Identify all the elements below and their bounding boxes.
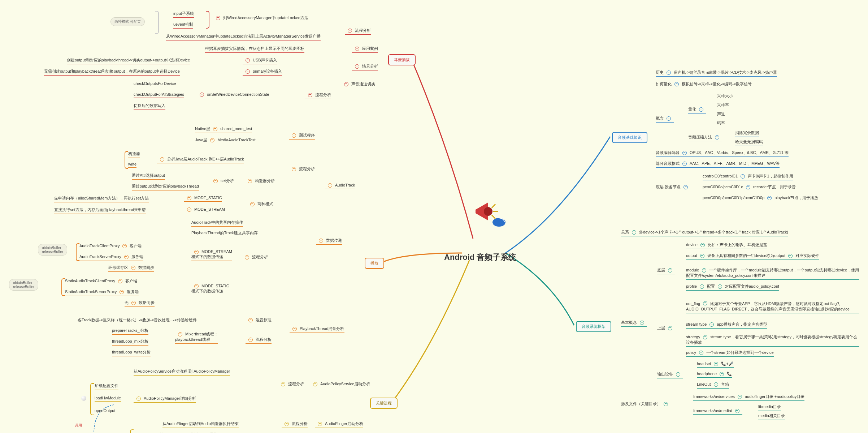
basics-format[interactable]: 部分音频格式AAC、APE、AIFF、AMR、MIDI、MPEG、WAV等 xyxy=(656,161,780,168)
proc-af-flow[interactable]: 流程分析 xyxy=(282,421,308,428)
play-set1[interactable]: 通过Attr选择output xyxy=(132,173,165,180)
play-native[interactable]: Native层shared_mem_test xyxy=(195,126,252,133)
proc-af-s1[interactable]: 从AudioFlinger启动到Audio构造器执行结束 xyxy=(162,421,239,428)
play-mixer[interactable]: Mixerthread线程： playbackthread线程 xyxy=(175,331,218,344)
basics-q3[interactable]: 声道 xyxy=(717,111,725,118)
proc-aps-s1[interactable]: 从AudioPolicyService启动流程 到 AudioPolicyMan… xyxy=(134,369,230,376)
play-stream[interactable]: MODE_STREAM 模式下的数据传递 xyxy=(191,249,232,261)
hub-basics[interactable]: 音频基础知识 xyxy=(612,132,647,143)
basics-quantization[interactable]: 量化 xyxy=(688,107,706,113)
play-pb-s3[interactable]: threadLoop_write分析 xyxy=(112,350,151,356)
hs-input[interactable]: input子系统 xyxy=(173,11,194,18)
play-dt-s2[interactable]: PlaybackThread的Track建立共享内存 xyxy=(191,230,258,237)
play-flow[interactable]: 流程分析 xyxy=(289,166,315,173)
play-java[interactable]: Java层MediaAudioTrackTest xyxy=(195,137,256,144)
hs-state[interactable]: onSetWiredDeviceConnectionState xyxy=(197,92,269,98)
hs-casev[interactable]: 根据耳麦插拔实际情况，在状态栏上显示不同的耳麦图标 xyxy=(205,46,304,53)
hs-switch[interactable]: 声音通道切换 xyxy=(341,81,375,88)
fw-relation[interactable]: 关系多device->1个声卡->1个output->1个thread->多个t… xyxy=(621,230,788,236)
hs-s1[interactable]: checkOutputsForDevice xyxy=(134,81,176,87)
hs-sflow[interactable]: 流程分析 xyxy=(305,92,331,99)
play-stream-sync[interactable]: 环形缓存区数据同步 xyxy=(108,265,154,272)
basics-lowdev[interactable]: 底层 设备节点 xyxy=(656,184,691,191)
play-ms[interactable]: MODE_STATIC xyxy=(184,196,222,202)
fw-f2[interactable]: frameworks/av/media/ xyxy=(693,408,742,415)
basics-history-k[interactable]: 历史留声机->钢丝录音 &磁带->唱片->CD技术->麦克风->扬声器 xyxy=(656,70,777,77)
basics-compress[interactable]: 音频压缩方法 xyxy=(688,134,722,141)
fw-outdev[interactable]: 输出设备 xyxy=(657,372,683,378)
play-set[interactable]: set分析 xyxy=(211,178,234,185)
fw-profile[interactable]: profile配置对应配置文件audio_policy.conf xyxy=(686,284,779,291)
play-mixv[interactable]: 各Track数据->重采样（统一格式）->叠加->音效处理...->传递给硬件 xyxy=(78,317,197,324)
fw-files[interactable]: 涉及文件（关键目录） xyxy=(621,401,671,408)
play-dt[interactable]: 数据传递 xyxy=(316,238,342,245)
hs-s2[interactable]: checkOutputForAllStrategies xyxy=(134,92,184,98)
fw-f1[interactable]: frameworks/av/servicesaudioflinger目录 +au… xyxy=(693,394,804,401)
fw-output[interactable]: output设备上具有相同参数的一组device称为output对应实际硬件 xyxy=(686,253,819,260)
basics-q4[interactable]: 码率 xyxy=(717,120,725,127)
play-static-c[interactable]: StaticAudioTrackClientProxy客户端 xyxy=(65,278,137,285)
play-mode[interactable]: 两种模式 xyxy=(247,201,273,208)
fw-lineout[interactable]: LineOut音箱 xyxy=(697,382,729,389)
play-mstv[interactable]: 直接执行set方法，内存后面由playbackthread来申请 xyxy=(54,207,146,214)
hs-priv[interactable]: 无需创建output和playbackthread和切换output，在原来的o… xyxy=(44,69,180,76)
fw-low[interactable]: 底层 xyxy=(657,267,675,274)
play-pb-s2[interactable]: threadLoop_mix分析 xyxy=(112,339,148,346)
hs-s3[interactable]: 切换后的数据写入 xyxy=(134,103,165,110)
hs-scene[interactable]: 情景分析 xyxy=(352,64,378,70)
fw-f2v1[interactable]: libmedia目录 xyxy=(758,404,781,411)
play-test[interactable]: 测试程序 xyxy=(289,133,315,140)
basics-q2[interactable]: 采样率 xyxy=(717,102,729,109)
hub-framework[interactable]: 音频系统框架 xyxy=(576,321,611,332)
proc-aps-s2[interactable]: 加载配置文件 xyxy=(95,383,118,390)
play-at[interactable]: AudioTrack xyxy=(325,183,355,189)
fw-outflag[interactable]: out_flag比如对于某个专业APP，它只从HDMI播放声音，这时就可以指定o… xyxy=(686,301,859,313)
basics-codec[interactable]: 音频编解码器OPUS、AAC、Vorbis、Speex、iLBC、AMR、G.7… xyxy=(656,150,789,157)
play-fv[interactable]: 分析Java层AudioTrack 到C++层AudioTrack xyxy=(157,157,244,163)
hs-pri[interactable]: primary设备插入 xyxy=(243,69,282,76)
fw-f2v2[interactable]: media相关目录 xyxy=(758,413,785,420)
hs-usbv[interactable]: 创建output和对应的playbackthread->切换output->ou… xyxy=(67,57,190,64)
fw-high[interactable]: 上层 xyxy=(657,325,675,332)
play-set2[interactable]: 通过output找到对应的playbackThread xyxy=(132,184,199,190)
fw-basic[interactable]: 基本概念 xyxy=(621,320,647,327)
play-msv[interactable]: 先申请内存（allocSharedMem方法），再执行set方法 xyxy=(54,196,149,202)
hub-process[interactable]: 关键进程 xyxy=(370,398,398,409)
fw-headphone[interactable]: headphone📞 xyxy=(697,372,732,378)
basics-quant[interactable]: 如何量化模拟信号->采样->量化->编码->数字信号 xyxy=(656,81,752,88)
basics-c2[interactable]: pcmC0D0c/pcmC0D1crecorder节点，用于录音 xyxy=(703,184,796,191)
proc-aps-flow[interactable]: 流程分析 xyxy=(278,381,304,388)
play-static[interactable]: MODE_STATIC 模式下的数据传递 xyxy=(191,284,229,295)
play-dt-flow[interactable]: 流程分析 xyxy=(242,254,268,261)
hs-to[interactable]: 到WiredAccessoryManager中updateLocked方法 xyxy=(213,15,308,22)
proc-aps-detail[interactable]: AudioPolicyManager详细分析 xyxy=(134,396,196,403)
fw-strategy[interactable]: strategystream type，看它属于哪一类(策略)用strategy… xyxy=(686,334,859,347)
play-static-sync[interactable]: 无数据同步 xyxy=(125,300,155,307)
fw-stype[interactable]: stream typeapp播放声音，指定声音类型 xyxy=(686,322,767,329)
basics-compress-v2[interactable]: 哈夫曼无损编码 xyxy=(735,139,763,146)
hs-usb[interactable]: USB声卡插入 xyxy=(243,57,277,64)
play-cons[interactable]: 构造器分析 xyxy=(245,178,275,185)
hub-headset[interactable]: 耳麦插拔 xyxy=(388,54,416,65)
play-mix[interactable]: 混音原理 xyxy=(246,317,272,324)
hub-play[interactable]: 播放 xyxy=(365,258,384,269)
basics-q1[interactable]: 采样大小 xyxy=(717,93,733,100)
proc-aps-s3[interactable]: loadHwModule xyxy=(95,396,121,402)
fw-device[interactable]: device比如：声卡上的喇叭、耳机还是蓝 xyxy=(686,242,767,249)
play-write[interactable]: write xyxy=(128,162,136,168)
play-dt-s1[interactable]: AudioTrack中的共享内存操作 xyxy=(191,220,243,227)
fw-module[interactable]: module一个硬件操作库，一个module能支持哪些output，一个outp… xyxy=(686,267,859,280)
proc-af[interactable]: AudioFlinger启动分析 xyxy=(315,421,363,428)
basics-compress-v1[interactable]: 消除冗余数据 xyxy=(735,130,759,137)
play-pb-flow[interactable]: 流程分析 xyxy=(246,337,272,344)
play-pb-s1[interactable]: prepareTracks_l分析 xyxy=(112,328,148,335)
fw-headset[interactable]: headset📞+🎤 xyxy=(697,361,734,368)
play-mst[interactable]: MODE_STREAM xyxy=(184,207,225,213)
hs-uevent[interactable]: uevent机制 xyxy=(173,22,193,29)
play-static-s[interactable]: StaticAudioTrackServerProxy服务端 xyxy=(65,289,139,296)
basics-c3[interactable]: pcmC0D0p/pcmC0D1p/pcmC1D0pplayback节点，用于播… xyxy=(703,195,818,202)
hs-f2[interactable]: 从WiredAccessoryManager中updateLocked方法到上层… xyxy=(166,34,321,40)
hs-flow[interactable]: 流程分析 xyxy=(345,28,371,35)
fw-policy[interactable]: policy一个stream如何最终选择到一个device xyxy=(686,350,774,357)
play-ctor[interactable]: 构造器 xyxy=(128,151,140,158)
